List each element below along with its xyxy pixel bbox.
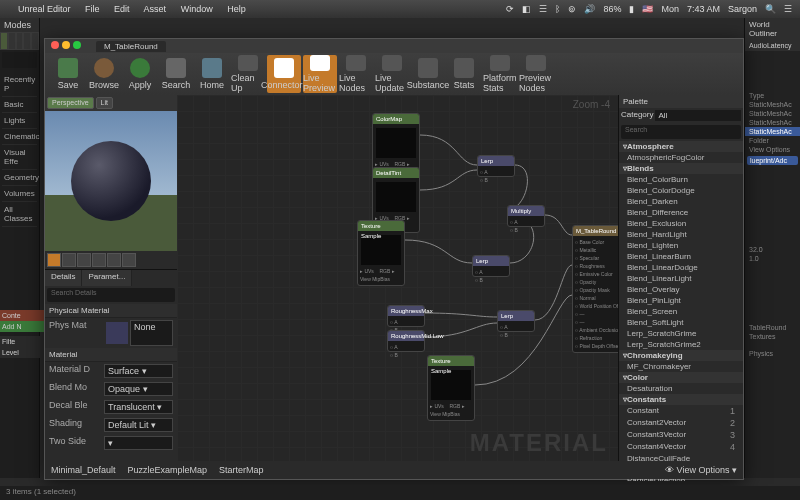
detail-value-dropdown[interactable]: Translucent ▾	[104, 400, 173, 414]
close-icon[interactable]	[51, 41, 59, 49]
mode-tab[interactable]	[0, 32, 8, 50]
outliner-item[interactable]: StaticMeshAc	[745, 118, 800, 127]
viewport-lit-button[interactable]: Lit	[96, 97, 113, 109]
graph-node-multiply[interactable]: Multiply○ A○ B	[507, 205, 545, 227]
palette-item[interactable]: Blend_HardLight	[619, 229, 743, 240]
material-graph[interactable]: Zoom -4 MATERIAL ColorMap▸ UVs RGB ▸View…	[177, 95, 618, 461]
palette-item[interactable]: Blend_Screen	[619, 306, 743, 317]
palette-item[interactable]: Constant1	[619, 405, 743, 417]
phys-material-value[interactable]: None	[130, 320, 173, 346]
menu-edit[interactable]: Edit	[114, 4, 130, 14]
shape-cube-button[interactable]	[92, 253, 106, 267]
palette-item[interactable]: Blend_ColorBurn	[619, 174, 743, 185]
palette-item[interactable]: Blend_Difference	[619, 207, 743, 218]
maximize-icon[interactable]	[73, 41, 81, 49]
palette-item[interactable]: Constant2Vector2	[619, 417, 743, 429]
graph-node-lerp3[interactable]: Lerp○ A○ B	[497, 310, 535, 332]
detail-value-dropdown[interactable]: Surface ▾	[104, 364, 173, 378]
menu-window[interactable]: Window	[181, 4, 213, 14]
palette-item[interactable]: Blend_Exclusion	[619, 218, 743, 229]
asset-name[interactable]: TableRound	[745, 323, 800, 332]
home-button[interactable]: Home	[195, 55, 229, 93]
palette-item[interactable]: Constant3Vector3	[619, 429, 743, 441]
palette-item[interactable]: Blend_LinearLight	[619, 273, 743, 284]
wifi-icon[interactable]: ⊚	[568, 4, 576, 14]
palette-group[interactable]: ▿Constants	[619, 394, 743, 405]
mode-tab[interactable]	[16, 32, 24, 50]
flag-icon[interactable]: 🇺🇸	[642, 4, 653, 14]
modes-category[interactable]: Lights	[2, 113, 37, 129]
volume-icon[interactable]: 🔊	[584, 4, 595, 14]
mode-tab[interactable]	[31, 32, 39, 50]
add-new-button[interactable]: Add N	[0, 321, 44, 332]
shape-plane-button[interactable]	[77, 253, 91, 267]
palette-group[interactable]: ▿Atmosphere	[619, 141, 743, 152]
palette-item[interactable]: Lerp_ScratchGrime	[619, 328, 743, 339]
app-name[interactable]: Unreal Editor	[18, 4, 71, 14]
graph-node-roughmax[interactable]: RoughnessMax○ A○ B	[387, 305, 425, 327]
mode-tab[interactable]	[23, 32, 31, 50]
view-options-link[interactable]: View Options	[745, 145, 800, 154]
detail-value-dropdown[interactable]: Default Lit ▾	[104, 418, 173, 432]
palette-group[interactable]: ▿Chromakeying	[619, 350, 743, 361]
palette-item[interactable]: Blend_Overlay	[619, 284, 743, 295]
search-button[interactable]: Search	[159, 55, 193, 93]
palette-item[interactable]: Constant4Vector4	[619, 441, 743, 453]
content-browser-tab[interactable]: Conte	[0, 310, 44, 321]
palette-group[interactable]: ▿Blends	[619, 163, 743, 174]
editor-tab[interactable]: M_TableRound	[96, 41, 166, 52]
physical-material-section[interactable]: Physical Material	[45, 304, 177, 318]
blueprint-badge[interactable]: lueprint/Adc	[747, 156, 798, 165]
browse-button[interactable]: Browse	[87, 55, 121, 93]
detail-value[interactable]: 32.0	[745, 245, 800, 254]
palette-list[interactable]: ▿AtmosphereAtmosphericFogColor▿BlendsBle…	[619, 141, 743, 481]
shape-mesh-button[interactable]	[107, 253, 121, 267]
level-tab[interactable]: StarterMap	[219, 465, 264, 475]
outliner-item[interactable]: StaticMeshAc	[745, 127, 800, 136]
graph-node-result[interactable]: M_TableRound○ Base Color○ Metallic○ Spec…	[572, 225, 618, 353]
shape-cylinder-button[interactable]	[47, 253, 61, 267]
modes-category[interactable]: Geometry	[2, 170, 37, 186]
palette-item[interactable]: Blend_SoftLight	[619, 317, 743, 328]
level-tab[interactable]: PuzzleExampleMap	[128, 465, 208, 475]
detail-value-dropdown[interactable]: Opaque ▾	[104, 382, 173, 396]
palette-item[interactable]: Blend_ColorDodge	[619, 185, 743, 196]
palette-group[interactable]: ▿Color	[619, 372, 743, 383]
modes-category[interactable]: Cinematic	[2, 129, 37, 145]
modes-category[interactable]: Basic	[2, 97, 37, 113]
palette-search-input[interactable]: Search	[621, 125, 741, 139]
palette-item[interactable]: Desaturation	[619, 383, 743, 394]
material-preview-viewport[interactable]	[45, 111, 177, 251]
graph-node-lerp2[interactable]: Lerp○ A○ B	[472, 255, 510, 277]
modes-tabs[interactable]	[0, 32, 39, 50]
outliner-item[interactable]: StaticMeshAc	[745, 100, 800, 109]
stats-button[interactable]: Stats	[447, 55, 481, 93]
spotlight-icon[interactable]: 🔍	[765, 4, 776, 14]
level-tab[interactable]: Minimal_Default	[51, 465, 116, 475]
view-options-button[interactable]: 👁 View Options ▾	[665, 465, 737, 475]
modes-search-input[interactable]	[2, 52, 37, 68]
category-dropdown[interactable]: All	[655, 110, 741, 121]
menu-icon[interactable]: ☰	[784, 4, 792, 14]
viewport-perspective-button[interactable]: Perspective	[47, 97, 94, 109]
menu-asset[interactable]: Asset	[144, 4, 167, 14]
shape-sphere-button[interactable]	[62, 253, 76, 267]
graph-node-texsample[interactable]: Texture Sample▸ UVs RGB ▸View MipBias	[357, 220, 405, 286]
filters-button[interactable]: Filte	[0, 336, 44, 347]
tray-icon[interactable]: ◧	[522, 4, 531, 14]
livepreview-button[interactable]: Live Preview	[303, 55, 337, 93]
modes-category[interactable]: Volumes	[2, 186, 37, 202]
detail-value-dropdown[interactable]: ▾	[104, 436, 173, 450]
menu-help[interactable]: Help	[227, 4, 246, 14]
minimize-icon[interactable]	[62, 41, 70, 49]
connectors-button[interactable]: Connectors	[267, 55, 301, 93]
palette-item[interactable]: Blend_LinearDodge	[619, 262, 743, 273]
liveupdate-button[interactable]: Live Update	[375, 55, 409, 93]
modes-category[interactable]: Visual Effe	[2, 145, 37, 170]
graph-node-roughmid[interactable]: RoughnessMid.Low○ A○ B	[387, 330, 425, 352]
phys-material-swatch[interactable]	[106, 322, 128, 344]
detail-value[interactable]: 1.0	[745, 254, 800, 263]
previewnodes-button[interactable]: Preview Nodes	[519, 55, 553, 93]
bluetooth-icon[interactable]: ᛒ	[555, 4, 560, 14]
material-section[interactable]: Material	[45, 348, 177, 362]
